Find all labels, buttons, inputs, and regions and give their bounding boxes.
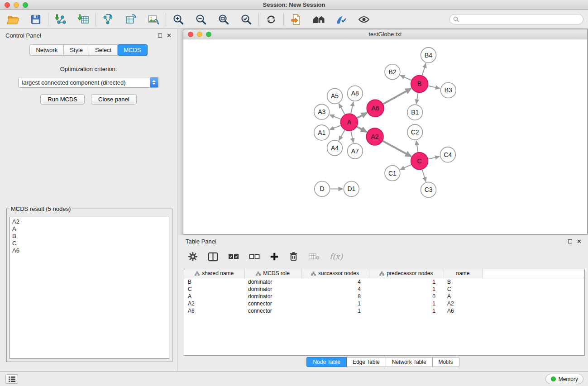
graph-node-B3[interactable]: B3: [440, 83, 456, 98]
graph-edge-A2-C[interactable]: [383, 141, 411, 157]
function-builder-icon[interactable]: f(x): [330, 252, 343, 261]
graph-node-B2[interactable]: B2: [385, 64, 400, 80]
graph-node-A2[interactable]: A2: [366, 128, 383, 145]
graph-node-A4[interactable]: A4: [327, 140, 343, 156]
graph-edge-A-A5[interactable]: [339, 104, 345, 114]
graph-edge-A-A4[interactable]: [339, 130, 345, 140]
show-columns-icon[interactable]: [208, 252, 218, 262]
table-row[interactable]: A2connector11A2: [184, 300, 584, 307]
graph-edge-B-B1[interactable]: [416, 93, 418, 104]
graph-edge-C-C1[interactable]: [400, 165, 411, 170]
eye-icon[interactable]: [357, 13, 371, 26]
tab-style[interactable]: Style: [64, 44, 89, 56]
tab-network-table[interactable]: Network Table: [386, 357, 433, 367]
graph-node-B1[interactable]: B1: [407, 105, 423, 120]
memory-button[interactable]: Memory: [545, 374, 583, 384]
graph-node-A7[interactable]: A7: [347, 143, 363, 159]
network-window-titlebar[interactable]: testGlobe.txt: [183, 29, 587, 39]
delete-table-icon[interactable]: [308, 253, 320, 260]
graph-node-A5[interactable]: A5: [327, 88, 343, 104]
graph-node-C[interactable]: C: [411, 152, 428, 170]
save-session-icon[interactable]: [29, 13, 43, 26]
delete-column-icon[interactable]: [289, 252, 298, 262]
unselect-all-columns-icon[interactable]: [249, 253, 260, 260]
list-item[interactable]: A: [12, 225, 167, 233]
graph-node-A1[interactable]: A1: [314, 125, 330, 140]
zoom-fit-icon[interactable]: [217, 13, 230, 26]
close-window-icon[interactable]: [5, 2, 10, 8]
graph-edge-A-A8[interactable]: [351, 102, 353, 114]
list-item[interactable]: C: [12, 240, 167, 247]
tab-motifs[interactable]: Motifs: [433, 357, 459, 367]
graph-edge-A-A7[interactable]: [351, 131, 353, 143]
graph-edge-A6-B[interactable]: [383, 89, 411, 104]
graph-node-B4[interactable]: B4: [421, 48, 436, 63]
graph-edge-A-A3[interactable]: [330, 115, 340, 119]
graph-node-B[interactable]: B: [411, 76, 428, 93]
graph-edge-A-A2[interactable]: [357, 127, 367, 132]
paint-style-icon[interactable]: [335, 13, 348, 26]
open-document-icon[interactable]: [289, 13, 303, 26]
column-header-predecessor-nodes[interactable]: predecessor nodes: [369, 269, 444, 278]
graph-edge-B-B4[interactable]: [422, 63, 426, 76]
graph-node-C3[interactable]: C3: [421, 182, 436, 198]
graph-edge-C-C4[interactable]: [428, 157, 440, 159]
column-header-successor-nodes[interactable]: successor nodes: [301, 269, 369, 278]
graph-edge-A-A6[interactable]: [357, 113, 367, 118]
clone-table-icon[interactable]: [124, 13, 138, 26]
export-image-icon[interactable]: [147, 13, 160, 26]
network-minimize-icon[interactable]: [197, 32, 202, 37]
zoom-out-icon[interactable]: [194, 13, 208, 26]
tab-edge-table[interactable]: Edge Table: [347, 357, 386, 367]
list-item[interactable]: A6: [12, 247, 167, 254]
close-panel-button[interactable]: Close panel: [91, 94, 137, 105]
refresh-view-icon[interactable]: [264, 13, 278, 26]
tab-network[interactable]: Network: [29, 44, 64, 56]
home-icon[interactable]: [312, 13, 325, 26]
graph-edge-B-B2[interactable]: [400, 75, 411, 80]
add-column-icon[interactable]: [270, 252, 279, 261]
graph-node-A3[interactable]: A3: [314, 104, 330, 119]
graph-node-D1[interactable]: D1: [344, 181, 359, 197]
float-table-panel-icon[interactable]: [568, 239, 572, 243]
graph-node-A[interactable]: A: [340, 114, 358, 131]
table-row[interactable]: Cdominator41C: [184, 286, 584, 293]
task-history-icon[interactable]: [5, 374, 18, 384]
table-settings-gear-icon[interactable]: [188, 252, 198, 262]
close-table-panel-icon[interactable]: ✕: [577, 239, 582, 243]
graph-edge-B-B3[interactable]: [428, 86, 440, 89]
run-mcds-button[interactable]: Run MCDS: [40, 94, 85, 105]
graph-edge-C-C2[interactable]: [416, 141, 418, 152]
mcds-result-list[interactable]: A2 A B C A6: [10, 217, 169, 359]
table-row[interactable]: Adominator80A: [184, 293, 584, 300]
column-header-shared-name[interactable]: shared name: [184, 269, 244, 278]
graph-edge-A-A1[interactable]: [330, 125, 340, 129]
graph-node-C2[interactable]: C2: [407, 124, 423, 140]
minimize-window-icon[interactable]: [14, 2, 19, 8]
select-all-columns-icon[interactable]: [228, 253, 239, 260]
search-input[interactable]: [449, 14, 583, 24]
network-close-icon[interactable]: [188, 32, 193, 37]
float-panel-icon[interactable]: [158, 33, 162, 38]
graph-node-D[interactable]: D: [315, 181, 330, 197]
graph-node-C4[interactable]: C4: [440, 147, 455, 162]
tab-mcds[interactable]: MCDS: [118, 44, 147, 56]
list-item[interactable]: B: [12, 233, 167, 240]
optimization-criterion-dropdown[interactable]: largest connected component (directed): [18, 77, 159, 88]
graph-node-C1[interactable]: C1: [385, 166, 400, 181]
table-row[interactable]: Bdominator41B: [184, 278, 584, 286]
table-row[interactable]: A6connector11A6: [184, 307, 584, 315]
graph-edge-C-C3[interactable]: [422, 170, 426, 182]
column-header-mcds-role[interactable]: MCDS role: [244, 269, 301, 278]
tab-select[interactable]: Select: [89, 44, 118, 56]
column-header-name[interactable]: name: [444, 269, 482, 278]
zoom-window-icon[interactable]: [23, 2, 28, 8]
network-zoom-icon[interactable]: [206, 32, 211, 37]
graph-node-A8[interactable]: A8: [347, 86, 363, 101]
tab-node-table[interactable]: Node Table: [306, 357, 347, 367]
import-network-icon[interactable]: [54, 13, 67, 26]
open-session-icon[interactable]: [6, 13, 20, 26]
list-item[interactable]: A2: [12, 218, 167, 225]
network-canvas[interactable]: B4B2BB3A8A5A6A3B1AC2A1A2A4A7C4CC1C3DD1: [183, 40, 587, 234]
import-table-icon[interactable]: [76, 13, 90, 26]
